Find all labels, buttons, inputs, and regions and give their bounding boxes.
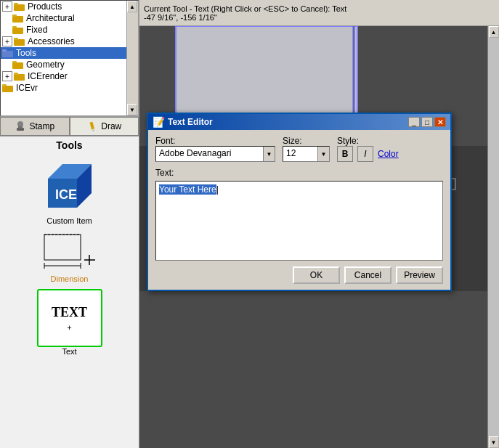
style-label: Style: <box>337 136 399 146</box>
svg-rect-5 <box>12 26 17 28</box>
font-select[interactable]: Adobe Devanagari ▼ <box>155 146 275 162</box>
preview-button[interactable]: Preview <box>396 266 443 284</box>
scroll-down-btn[interactable]: ▼ <box>127 104 137 115</box>
folder-icon-icevr <box>2 84 14 92</box>
tools-section: Tools ICE Custom Item <box>0 137 139 448</box>
dimension-icon <box>41 231 99 274</box>
svg-rect-7 <box>14 38 18 40</box>
info-line2: -47 9/16", -156 1/16" <box>144 13 495 22</box>
right-scrollbar[interactable]: ▲ ▼ <box>487 26 499 448</box>
scroll-up-btn[interactable]: ▲ <box>127 1 137 12</box>
ice-cube-icon: ICE <box>41 157 99 215</box>
size-label: Size: <box>283 136 330 146</box>
text-content-selected: Your Text Here <box>159 184 216 195</box>
style-controls: B I Color <box>337 146 399 162</box>
svg-rect-18 <box>18 126 23 129</box>
tree-item-architectural[interactable]: Architectural <box>1 12 138 24</box>
dialog-body: Font: Adobe Devanagari ▼ Size: 12 ▼ <box>148 130 450 290</box>
cancel-button[interactable]: Cancel <box>344 266 392 284</box>
dialog-titlebar: 📝 Text Editor _ □ ✕ <box>148 114 450 130</box>
folder-icon-tools <box>2 49 14 57</box>
close-button[interactable]: ✕ <box>434 117 446 127</box>
tree-item-products[interactable]: + Products <box>1 1 138 12</box>
pencil-icon <box>86 121 98 132</box>
font-value: Adobe Devanagari <box>156 147 263 161</box>
stamp-draw-bar: Stamp Draw <box>0 116 139 137</box>
ok-button[interactable]: OK <box>293 266 340 284</box>
folder-icon-accessories <box>14 37 25 46</box>
expand-icon-accessories[interactable]: + <box>2 36 12 46</box>
expand-icon-icerender[interactable]: + <box>2 71 12 81</box>
stamp-label: Stamp <box>29 121 54 131</box>
info-bar: Current Tool - Text (Right Click or <ESC… <box>139 0 499 26</box>
dimension-tool[interactable]: Dimension <box>41 231 99 283</box>
scroll-up-button[interactable]: ▲ <box>489 26 499 38</box>
minimize-button[interactable]: _ <box>408 117 420 127</box>
svg-rect-2 <box>12 16 23 23</box>
draw-button[interactable]: Draw <box>70 117 139 136</box>
text-cursor: | <box>216 184 219 195</box>
tree-item-fixed[interactable]: Fixed <box>1 24 138 36</box>
stamp-button[interactable]: Stamp <box>0 117 70 136</box>
bold-button[interactable]: B <box>337 146 353 162</box>
dialog-buttons: OK Cancel Preview <box>155 266 443 284</box>
font-dropdown-arrow[interactable]: ▼ <box>263 147 275 161</box>
tree-label-tools: Tools <box>16 48 36 58</box>
text-tool-crosshair: + <box>67 323 71 332</box>
tree-item-icevr[interactable]: ICEvr <box>1 82 138 94</box>
svg-rect-14 <box>2 86 13 92</box>
svg-rect-25 <box>44 235 81 260</box>
folder-icon-fixed <box>12 25 24 34</box>
svg-text:ICE: ICE <box>55 187 77 202</box>
dialog-title-text: Text Editor <box>168 117 213 127</box>
dialog-container: 📝 Text Editor _ □ ✕ Font: Adobe <box>147 113 452 291</box>
dialog-title: 📝 Text Editor <box>153 116 213 128</box>
font-label: Font: <box>155 136 275 146</box>
svg-rect-10 <box>12 62 23 69</box>
tree-label-geometry: Geometry <box>26 60 65 70</box>
text-tool-label: Text <box>62 347 76 356</box>
left-panel: + Products Architectural Fixed + <box>0 0 139 448</box>
svg-rect-15 <box>2 84 7 86</box>
text-tool[interactable]: TEXT + Text <box>37 289 102 356</box>
svg-rect-3 <box>12 15 17 17</box>
scroll-down-button[interactable]: ▼ <box>489 436 499 448</box>
folder-icon-architectural <box>12 14 24 23</box>
folder-icon-icerender <box>14 72 25 81</box>
size-dropdown-arrow[interactable]: ▼ <box>317 147 329 161</box>
main-area: Current Tool - Text (Right Click or <ESC… <box>139 0 499 448</box>
svg-rect-11 <box>12 61 17 63</box>
tree-view: + Products Architectural Fixed + <box>0 0 139 116</box>
maximize-button[interactable]: □ <box>421 117 433 127</box>
font-size-style-row: Font: Adobe Devanagari ▼ Size: 12 ▼ <box>155 136 443 162</box>
svg-rect-19 <box>90 122 94 130</box>
svg-rect-1 <box>14 3 18 5</box>
size-select[interactable]: 12 ▼ <box>283 146 330 162</box>
svg-rect-0 <box>14 4 25 11</box>
custom-item-tool[interactable]: ICE Custom Item <box>41 157 99 225</box>
svg-rect-6 <box>14 39 25 46</box>
text-area-label: Text: <box>155 168 443 178</box>
svg-rect-4 <box>12 28 23 34</box>
tree-item-tools[interactable]: Tools <box>1 47 138 59</box>
tree-label-icerender: ICErender <box>28 71 68 81</box>
tree-label-architectural: Architectural <box>26 13 75 23</box>
text-editor-dialog: 📝 Text Editor _ □ ✕ Font: Adobe <box>147 113 452 291</box>
draw-label: Draw <box>101 121 121 131</box>
tree-item-accessories[interactable]: + Accessories <box>1 36 138 47</box>
svg-marker-20 <box>92 129 96 132</box>
italic-button[interactable]: I <box>357 146 373 162</box>
text-editor-area[interactable]: Your Text Here| <box>155 181 443 261</box>
tools-section-title: Tools <box>56 139 82 151</box>
tree-label-icevr: ICEvr <box>16 83 38 93</box>
expand-icon-products[interactable]: + <box>2 1 12 12</box>
tree-scrollbar[interactable]: ▲ ▼ <box>126 1 138 115</box>
tree-item-geometry[interactable]: Geometry <box>1 59 138 70</box>
dimension-label: Dimension <box>51 274 89 283</box>
size-value: 12 <box>283 147 317 161</box>
svg-rect-12 <box>14 74 25 81</box>
info-line1: Current Tool - Text (Right Click or <ESC… <box>144 4 495 13</box>
svg-point-16 <box>17 121 23 127</box>
color-link[interactable]: Color <box>378 149 399 159</box>
tree-item-icerender[interactable]: + ICErender <box>1 70 138 82</box>
